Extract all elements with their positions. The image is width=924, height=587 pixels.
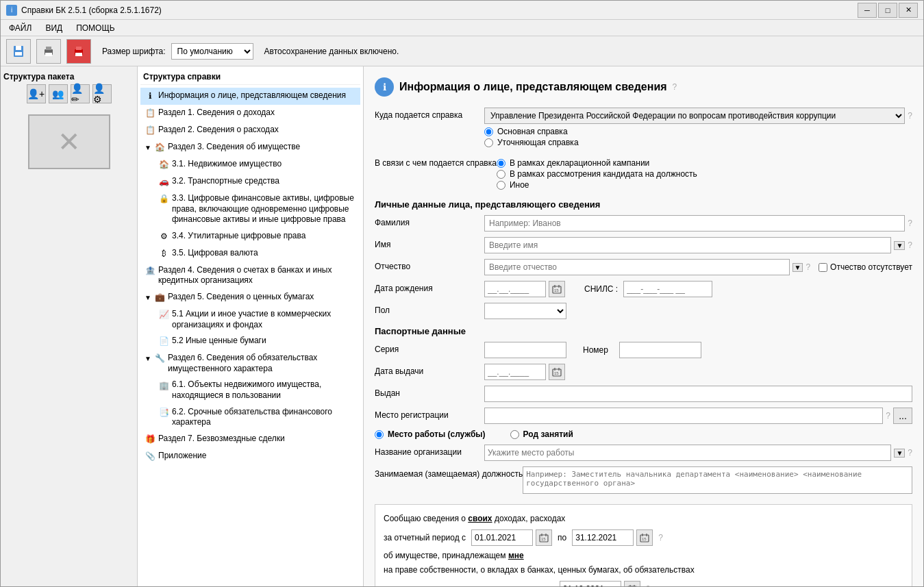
birthdate-input[interactable] [484, 281, 546, 297]
status-date-input[interactable] [560, 581, 621, 586]
reg-group: Место регистрации ? ... [375, 408, 912, 424]
issued-by-input[interactable] [484, 386, 912, 402]
tree-item-r33[interactable]: 🔒 3.3. Цифровые финансовые активы, цифро… [154, 190, 360, 228]
workplace-label-wrap[interactable]: Место работы (службы) [375, 429, 486, 439]
patronymic-input[interactable] [484, 259, 790, 275]
person-settings-icon[interactable]: 👤⚙ [92, 84, 112, 103]
tree-item-r6[interactable]: ▼ 🔧 Раздел 6. Сведения об обязательствах… [140, 350, 360, 377]
no-patronymic-label[interactable]: Отчество отсутствует [819, 262, 912, 272]
svg-rect-5 [45, 53, 52, 56]
issue-date-control: 15 [484, 364, 912, 380]
r3-icon: 🏠 [154, 142, 165, 153]
r4-icon: 🏦 [145, 266, 155, 277]
menu-view[interactable]: ВИД [40, 22, 68, 34]
reason-3-radio[interactable] [497, 181, 505, 190]
tree-item-r7[interactable]: 🎁 Раздел 7. Безвозмездные сделки [140, 431, 360, 448]
tree-label-r61: 6.1. Объекты недвижимого имущества, нахо… [172, 379, 356, 401]
occupation-label-wrap[interactable]: Род занятий [510, 429, 573, 439]
tree-item-r62[interactable]: 📑 6.2. Срочные обязательства финансового… [154, 404, 360, 431]
number-input[interactable] [619, 342, 701, 358]
minimize-button[interactable]: ─ [858, 3, 877, 18]
surname-input[interactable] [484, 215, 905, 232]
where-select[interactable]: Управление Президента Российской Федерац… [484, 108, 905, 124]
svg-text:15: 15 [642, 537, 647, 541]
reason-1-label[interactable]: В рамках декларационной кампании [497, 158, 912, 168]
reg-dots-btn[interactable]: ... [893, 408, 912, 424]
tree-item-r61[interactable]: 🏢 6.1. Объекты недвижимого имущества, на… [154, 377, 360, 403]
issue-date-cal-btn[interactable]: 15 [549, 364, 565, 380]
tree-item-r2[interactable]: 📋 Раздел 2. Сведения о расходах [140, 122, 360, 139]
avatar: ✕ [28, 114, 110, 169]
print-color-button[interactable] [66, 39, 91, 64]
org-dropdown-btn[interactable]: ▼ [894, 449, 905, 458]
no-patronymic-checkbox[interactable] [819, 263, 827, 272]
tree-item-info[interactable]: ℹ Информация о лице, представляющем свед… [140, 88, 360, 105]
status-date-cal-btn[interactable]: 15 [624, 581, 640, 586]
issue-date-input[interactable] [484, 364, 546, 380]
period-to-input[interactable] [572, 529, 634, 546]
add-person-icon[interactable]: 👤+ [27, 84, 46, 103]
maximize-button[interactable]: □ [878, 3, 897, 18]
org-help-icon[interactable]: ? [908, 448, 912, 458]
reason-radio-group: В рамках декларационной кампании В рамка… [497, 158, 912, 190]
series-input[interactable] [484, 342, 566, 358]
period-from-cal-btn[interactable]: 15 [536, 529, 552, 546]
reason-2-label[interactable]: В рамках рассмотрения кандидата на должн… [497, 169, 912, 179]
clarify-radio[interactable] [484, 138, 493, 147]
person-edit-icon[interactable]: 👤✏ [71, 84, 90, 103]
birthdate-cal-btn[interactable]: 15 [549, 281, 565, 297]
clarify-radio-label[interactable]: Уточняющая справка [484, 138, 912, 147]
snils-input[interactable] [623, 281, 712, 297]
reg-input[interactable] [484, 408, 883, 424]
name-input[interactable] [484, 237, 891, 253]
property-bold: мне [508, 551, 524, 560]
tree-item-r35[interactable]: ₿ 3.5. Цифровая валюта [154, 245, 360, 262]
tree-item-r1[interactable]: 📋 Раздел 1. Сведения о доходах [140, 105, 360, 122]
section-help-icon[interactable]: ? [673, 82, 677, 92]
org-input[interactable] [484, 445, 891, 461]
tree-item-r52[interactable]: 📄 5.2 Иные ценные бумаги [154, 333, 360, 350]
reason-2-radio[interactable] [497, 170, 505, 179]
surname-help-icon[interactable]: ? [908, 218, 912, 228]
status-help-icon[interactable]: ? [646, 584, 651, 586]
tree-item-r4[interactable]: 🏦 Раздел 4. Сведения о счетах в банках и… [140, 262, 360, 289]
reason-1-radio[interactable] [497, 159, 505, 168]
main-radio[interactable] [484, 127, 493, 136]
where-help-icon[interactable]: ? [908, 111, 912, 121]
tree-item-r34[interactable]: ⚙ 3.4. Утилитарные цифровые права [154, 228, 360, 245]
reg-help-icon[interactable]: ? [886, 411, 890, 421]
main-radio-label[interactable]: Основная справка [484, 127, 912, 136]
period-to-cal-btn[interactable]: 15 [636, 529, 653, 546]
patronymic-control: ▼ ? Отчество отсутствует [484, 259, 912, 275]
save-button[interactable] [6, 39, 31, 64]
tree-item-app[interactable]: 📎 Приложение [140, 448, 360, 465]
tree-item-r3[interactable]: ▼ 🏠 Раздел 3. Сведения об имуществе [140, 139, 360, 156]
menu-file[interactable]: ФАЙЛ [3, 22, 37, 34]
reason-3-label[interactable]: Иное [497, 180, 912, 190]
patronymic-help-icon[interactable]: ? [806, 262, 810, 272]
person-group-icon[interactable]: 👥 [49, 84, 68, 103]
close-button[interactable]: ✕ [899, 3, 918, 18]
name-help-icon[interactable]: ? [908, 240, 912, 250]
name-dropdown-btn[interactable]: ▼ [894, 241, 905, 250]
reason-control: В рамках декларационной кампании В рамка… [497, 155, 912, 192]
tree-label-r52: 5.2 Иные ценные бумаги [172, 336, 266, 347]
tree-label-r2: Раздел 2. Сведения о расходах [158, 125, 279, 136]
workplace-radio[interactable] [375, 430, 384, 439]
tree-item-r32[interactable]: 🚗 3.2. Транспортные средства [154, 173, 360, 190]
font-size-select[interactable]: По умолчанию Маленький Средний Большой [171, 43, 253, 60]
period-from-input[interactable] [471, 529, 533, 546]
tree-item-r31[interactable]: 🏠 3.1. Недвижимое имущество [154, 156, 360, 173]
tree-item-r5[interactable]: ▼ 💼 Раздел 5. Сведения о ценных бумагах [140, 289, 360, 306]
birthdate-label: Дата рождения [375, 281, 484, 293]
period-help-icon[interactable]: ? [658, 533, 663, 542]
menu-help[interactable]: ПОМОЩЬ [71, 22, 120, 34]
patronymic-dropdown-btn[interactable]: ▼ [792, 263, 803, 272]
print-button[interactable] [36, 39, 61, 64]
tree-item-r51[interactable]: 📈 5.1 Акции и иное участие в коммерчески… [154, 306, 360, 333]
position-input[interactable] [523, 466, 912, 494]
surname-label: Фамилия [375, 215, 484, 227]
occupation-radio[interactable] [510, 430, 519, 439]
gender-select[interactable]: Мужской Женский [484, 303, 566, 319]
svg-rect-7 [76, 47, 82, 50]
